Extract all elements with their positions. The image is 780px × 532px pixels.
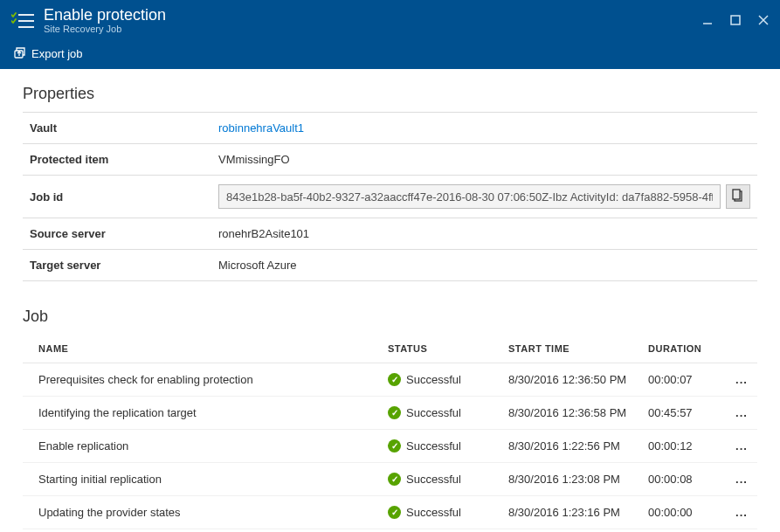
header-bar: Enable protection Site Recovery Job [0,0,780,42]
property-label: Job id [23,176,211,218]
success-icon [388,373,401,386]
job-table: NAME STATUS START TIME DURATION Prerequi… [23,335,757,529]
status-cell: Successful [388,439,494,453]
export-job-label: Export job [31,47,83,60]
close-button[interactable] [757,14,770,29]
table-row[interactable]: Prerequisites check for enabling protect… [23,363,757,397]
page-subtitle: Site Recovery Job [44,24,701,35]
export-job-button[interactable]: Export job [12,45,83,62]
maximize-button[interactable] [729,14,742,29]
status-cell: Successful [388,373,494,386]
job-id-field[interactable] [218,184,721,209]
svg-rect-10 [733,190,740,199]
header-text: Enable protection Site Recovery Job [44,7,701,36]
copy-button[interactable] [726,184,750,209]
job-heading: Job [23,307,757,326]
table-row[interactable]: Starting initial replication Successful … [23,463,757,496]
row-context-menu[interactable]: ... [726,397,757,430]
status-text: Successful [406,439,461,453]
clipboard-icon [732,189,744,205]
page-title: Enable protection [44,7,701,24]
job-list-icon [10,9,35,33]
export-icon [12,45,26,62]
content-area: Properties Vault robinnehraVault1 Protec… [0,69,780,529]
row-context-menu[interactable]: ... [726,463,757,496]
status-text: Successful [406,506,461,519]
toolbar: Export job [0,42,780,69]
row-context-menu[interactable]: ... [726,496,757,529]
property-label: Source server [23,218,211,250]
svg-rect-4 [731,16,740,24]
table-row[interactable]: Enable replication Successful 8/30/2016 … [23,430,757,463]
property-row-protected-item: Protected item VMmissingFO [23,144,757,176]
success-icon [388,406,401,419]
property-label: Protected item [23,144,211,176]
job-duration: 00:00:00 [641,496,726,529]
status-cell: Successful [388,506,494,519]
success-icon [388,439,401,453]
minimize-button[interactable] [701,14,714,29]
job-start: 8/30/2016 1:23:16 PM [501,496,641,529]
row-context-menu[interactable]: ... [726,363,757,397]
property-label: Vault [23,113,211,144]
status-text: Successful [406,373,461,386]
property-label: Target server [23,250,211,281]
job-name: Prerequisites check for enabling protect… [23,363,381,397]
column-header-start[interactable]: START TIME [501,335,641,363]
property-value: Microsoft Azure [211,250,757,281]
column-header-status[interactable]: STATUS [381,335,501,363]
job-start: 8/30/2016 1:23:08 PM [501,463,641,496]
job-name: Enable replication [23,430,381,463]
job-start: 8/30/2016 12:36:50 PM [501,363,641,397]
properties-heading: Properties [23,85,757,103]
table-row[interactable]: Identifying the replication target Succe… [23,397,757,430]
column-header-name[interactable]: NAME [23,335,381,363]
column-header-duration[interactable]: DURATION [641,335,726,363]
properties-table: Vault robinnehraVault1 Protected item VM… [23,112,757,281]
status-text: Successful [406,406,461,419]
job-duration: 00:00:12 [641,430,726,463]
property-row-target-server: Target server Microsoft Azure [23,250,757,281]
job-duration: 00:00:08 [641,463,726,496]
property-value: VMmissingFO [211,144,757,176]
property-value: ronehrB2Asite101 [211,218,757,250]
property-row-job-id: Job id [23,176,757,218]
property-row-source-server: Source server ronehrB2Asite101 [23,218,757,250]
job-start: 8/30/2016 12:36:58 PM [501,397,641,430]
status-text: Successful [406,473,461,486]
job-name: Updating the provider states [23,496,381,529]
job-duration: 00:45:57 [641,397,726,430]
job-name: Identifying the replication target [23,397,381,430]
table-row[interactable]: Updating the provider states Successful … [23,496,757,529]
status-cell: Successful [388,406,494,419]
job-name: Starting initial replication [23,463,381,496]
status-cell: Successful [388,473,494,486]
success-icon [388,506,401,519]
property-row-vault: Vault robinnehraVault1 [23,113,757,144]
row-context-menu[interactable]: ... [726,430,757,463]
job-start: 8/30/2016 1:22:56 PM [501,430,641,463]
vault-link[interactable]: robinnehraVault1 [218,121,304,135]
job-duration: 00:00:07 [641,363,726,397]
success-icon [388,473,401,486]
window-controls [701,14,770,29]
